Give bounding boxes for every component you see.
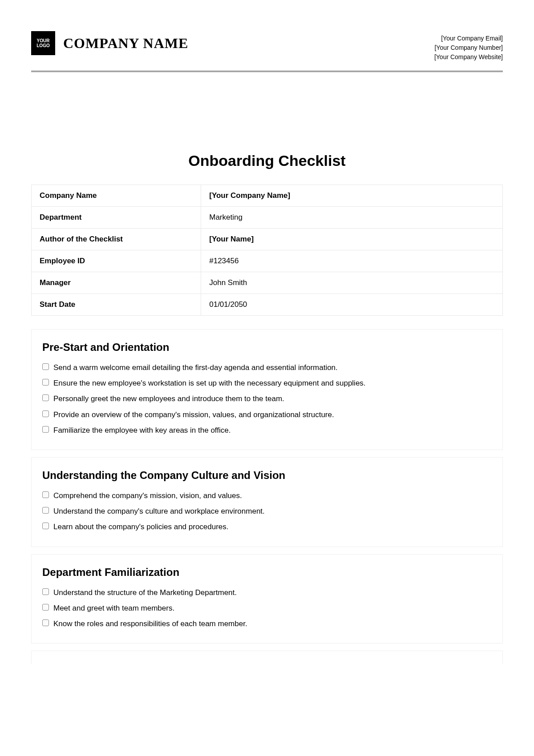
info-table-body: Company Name[Your Company Name]Departmen… xyxy=(32,185,503,316)
checklist-item: Familiarize the employee with key areas … xyxy=(42,424,492,436)
checkbox-icon[interactable] xyxy=(42,523,49,529)
checklist-item: Personally greet the new employees and i… xyxy=(42,393,492,405)
info-label: Company Name xyxy=(32,185,201,207)
document-page: YOUR LOGO COMPANY NAME [Your Company Ema… xyxy=(0,0,534,664)
header-divider xyxy=(31,71,503,72)
header: YOUR LOGO COMPANY NAME [Your Company Ema… xyxy=(31,31,503,62)
info-label: Manager xyxy=(32,272,201,294)
info-row: DepartmentMarketing xyxy=(32,207,503,229)
checkbox-icon[interactable] xyxy=(42,426,49,433)
checklist-item-text: Understand the structure of the Marketin… xyxy=(53,587,237,599)
checklist-item: Provide an overview of the company's mis… xyxy=(42,409,492,421)
checklist-item: Meet and greet with team members. xyxy=(42,602,492,614)
info-row: Start Date01/01/2050 xyxy=(32,294,503,316)
section-title: Department Familiarization xyxy=(42,566,492,579)
info-table: Company Name[Your Company Name]Departmen… xyxy=(31,185,503,316)
section-title: Pre-Start and Orientation xyxy=(42,341,492,354)
header-left: YOUR LOGO COMPANY NAME xyxy=(31,31,188,55)
checkbox-icon[interactable] xyxy=(42,588,49,595)
checklist-item-text: Familiarize the employee with key areas … xyxy=(53,424,231,436)
checkbox-icon[interactable] xyxy=(42,394,49,401)
checklist: Comprehend the company's mission, vision… xyxy=(42,490,492,533)
checkbox-icon[interactable] xyxy=(42,363,49,370)
checklist-item-text: Comprehend the company's mission, vision… xyxy=(53,490,242,502)
info-value: 01/01/2050 xyxy=(201,294,503,316)
info-row: Author of the Checklist[Your Name] xyxy=(32,229,503,250)
logo-text-line2: LOGO xyxy=(36,43,49,48)
logo-text-line1: YOUR xyxy=(37,38,50,43)
checklist-item: Learn about the company's policies and p… xyxy=(42,521,492,533)
checklist-section: Department FamiliarizationUnderstand the… xyxy=(31,554,503,644)
info-row: Employee ID#123456 xyxy=(32,250,503,272)
checklist-item: Comprehend the company's mission, vision… xyxy=(42,490,492,502)
checklist-item-text: Provide an overview of the company's mis… xyxy=(53,409,334,421)
info-label: Author of the Checklist xyxy=(32,229,201,250)
checklist: Understand the structure of the Marketin… xyxy=(42,587,492,630)
info-value: John Smith xyxy=(201,272,503,294)
checklist-item: Ensure the new employee's workstation is… xyxy=(42,377,492,389)
sections-container: Pre-Start and OrientationSend a warm wel… xyxy=(31,329,503,643)
company-website: [Your Company Website] xyxy=(434,52,503,62)
checkbox-icon[interactable] xyxy=(42,604,49,611)
checkbox-icon[interactable] xyxy=(42,507,49,514)
document-title: Onboarding Checklist xyxy=(31,152,503,169)
checklist-item-text: Ensure the new employee's workstation is… xyxy=(53,377,366,389)
info-value: #123456 xyxy=(201,250,503,272)
checklist-item: Understand the structure of the Marketin… xyxy=(42,587,492,599)
header-contact: [Your Company Email] [Your Company Numbe… xyxy=(434,31,503,62)
checkbox-icon[interactable] xyxy=(42,619,49,626)
info-label: Employee ID xyxy=(32,250,201,272)
checklist-section: Understanding the Company Culture and Vi… xyxy=(31,457,503,547)
checklist-item-text: Understand the company's culture and wor… xyxy=(53,505,265,517)
section-title: Understanding the Company Culture and Vi… xyxy=(42,469,492,482)
checklist: Send a warm welcome email detailing the … xyxy=(42,362,492,436)
info-row: ManagerJohn Smith xyxy=(32,272,503,294)
company-name: COMPANY NAME xyxy=(63,35,188,52)
checklist-section: Pre-Start and OrientationSend a warm wel… xyxy=(31,329,503,450)
checkbox-icon[interactable] xyxy=(42,410,49,417)
info-value: Marketing xyxy=(201,207,503,229)
info-row: Company Name[Your Company Name] xyxy=(32,185,503,207)
checklist-item-text: Personally greet the new employees and i… xyxy=(53,393,284,405)
checklist-item-text: Know the roles and responsibilities of e… xyxy=(53,618,247,630)
info-label: Start Date xyxy=(32,294,201,316)
logo-placeholder: YOUR LOGO xyxy=(31,31,55,55)
checklist-item-text: Send a warm welcome email detailing the … xyxy=(53,362,338,374)
checkbox-icon[interactable] xyxy=(42,379,49,386)
company-number: [Your Company Number] xyxy=(434,43,503,52)
checkbox-icon[interactable] xyxy=(42,491,49,498)
checklist-item: Understand the company's culture and wor… xyxy=(42,505,492,517)
checklist-item: Send a warm welcome email detailing the … xyxy=(42,362,492,374)
section-partial xyxy=(31,651,503,664)
info-value: [Your Name] xyxy=(201,229,503,250)
checklist-item: Know the roles and responsibilities of e… xyxy=(42,618,492,630)
checklist-item-text: Learn about the company's policies and p… xyxy=(53,521,229,533)
info-label: Department xyxy=(32,207,201,229)
checklist-item-text: Meet and greet with team members. xyxy=(53,602,174,614)
info-value: [Your Company Name] xyxy=(201,185,503,207)
company-email: [Your Company Email] xyxy=(434,34,503,43)
